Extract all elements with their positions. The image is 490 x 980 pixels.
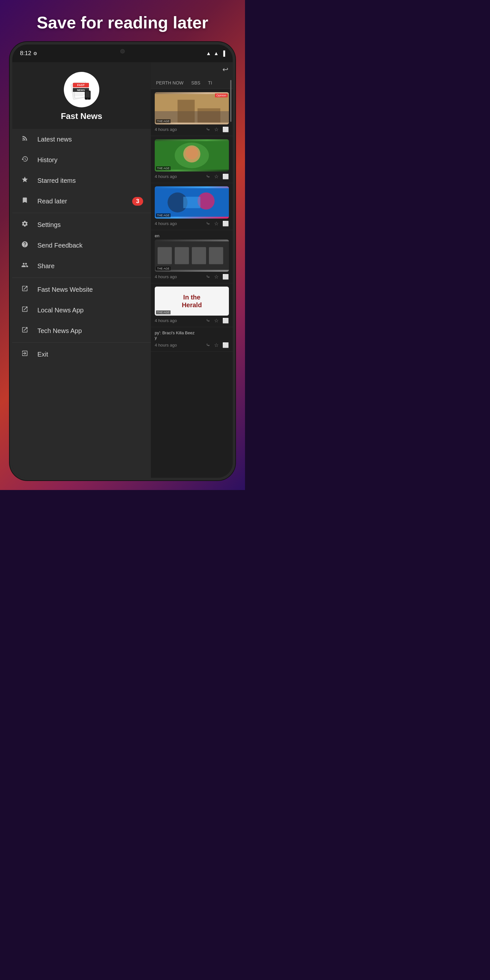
drawer-item-tech-news-app[interactable]: Tech News App (12, 320, 151, 341)
star-action-icon-1[interactable]: ☆ (214, 126, 219, 132)
bookmark-action-icon-1[interactable]: ⬜ (223, 126, 229, 132)
news-actions-3: ⤷ ☆ ⬜ (206, 221, 229, 227)
history-icon (20, 155, 30, 164)
star-action-icon-6[interactable]: ☆ (214, 342, 219, 348)
news-text-4: en (155, 233, 229, 238)
divider-3 (12, 342, 151, 343)
news-actions-4: ⤷ ☆ ⬜ (206, 274, 229, 280)
news-time-6: 4 hours ago (155, 343, 177, 347)
svg-rect-16 (197, 108, 221, 123)
news-item-1-bottom: 4 hours ago ⤷ ☆ ⬜ (155, 126, 229, 132)
news-list: Opinion THE AGE 4 hours ago ⤷ ☆ ⬜ (151, 89, 233, 478)
bookmark-icon (20, 197, 30, 206)
news-item-3[interactable]: THE AGE 4 hours ago ⤷ ☆ ⬜ (151, 183, 233, 230)
news-actions-6: ⤷ ☆ ⬜ (206, 342, 229, 348)
scrollbar[interactable] (230, 80, 231, 122)
share-icon-3[interactable]: ⤷ (206, 221, 210, 227)
share-header-icon[interactable]: ↩ (223, 65, 228, 74)
camera (120, 49, 125, 54)
battery-icon: ▐ (221, 51, 225, 56)
news-time-2: 4 hours ago (155, 174, 177, 179)
drawer-item-exit[interactable]: Exit (12, 344, 151, 364)
news-tabs: PERTH NOW SBS TI (151, 77, 233, 89)
news-item-3-bottom: 4 hours ago ⤷ ☆ ⬜ (155, 221, 229, 227)
opinion-badge-1: Opinion (215, 94, 228, 97)
svg-text:NEWS: NEWS (77, 89, 85, 92)
status-bar: 8:12 ⚙ ▲ ▲ ▐ (12, 45, 233, 62)
bookmark-action-icon-4[interactable]: ⬜ (223, 274, 229, 280)
drawer-item-history[interactable]: History (12, 150, 151, 170)
help-icon (20, 241, 30, 250)
news-actions-2: ⤷ ☆ ⬜ (206, 173, 229, 180)
drawer-item-read-later[interactable]: Read later 3 (12, 191, 151, 212)
news-item-5[interactable]: In theHerald THE AGE 4 hours ago ⤷ ☆ ⬜ (151, 283, 233, 327)
people-icon (20, 261, 30, 270)
bookmark-action-icon-2[interactable]: ⬜ (223, 173, 229, 180)
drawer-item-settings[interactable]: Settings (12, 215, 151, 235)
drawer-label-exit: Exit (37, 351, 48, 358)
signal-icon: ▲ (214, 51, 219, 56)
tab-ti[interactable]: TI (205, 77, 215, 89)
the-age-mark-3: THE AGE (156, 213, 170, 217)
gear-icon (20, 220, 30, 229)
logo-svg: FAST NEWS (67, 75, 96, 104)
star-icon (20, 176, 30, 185)
star-action-icon-5[interactable]: ☆ (214, 318, 219, 324)
drawer-item-fast-news-website[interactable]: Fast News Website (12, 279, 151, 300)
news-item-2-bottom: 4 hours ago ⤷ ☆ ⬜ (155, 173, 229, 180)
rss-icon (20, 135, 30, 144)
news-item-1[interactable]: Opinion THE AGE 4 hours ago ⤷ ☆ ⬜ (151, 89, 233, 136)
svg-rect-26 (158, 247, 172, 264)
the-age-mark-2: THE AGE (156, 166, 170, 170)
drawer-item-share[interactable]: Share (12, 256, 151, 276)
news-thumb-5: In theHerald THE AGE (155, 286, 229, 316)
news-text-6: py': Braci's Killa Beezy (155, 331, 229, 340)
news-time-1: 4 hours ago (155, 127, 177, 132)
share-icon-2[interactable]: ⤷ (206, 173, 210, 180)
share-icon-6[interactable]: ⤷ (206, 342, 210, 348)
app-logo: FAST NEWS (64, 72, 99, 107)
star-action-icon-3[interactable]: ☆ (214, 221, 219, 227)
news-item-6[interactable]: py': Braci's Killa Beezy 4 hours ago ⤷ ☆… (151, 327, 233, 352)
drawer-item-starred[interactable]: Starred items (12, 170, 151, 191)
news-thumb-1: Opinion THE AGE (155, 92, 229, 124)
tab-perth-now[interactable]: PERTH NOW (153, 77, 187, 89)
news-item-5-bottom: 4 hours ago ⤷ ☆ ⬜ (155, 318, 229, 324)
phone-content: FAST NEWS Fast News (12, 62, 233, 478)
bookmark-action-icon-5[interactable]: ⬜ (223, 318, 229, 324)
news-item-2[interactable]: THE AGE 4 hours ago ⤷ ☆ ⬜ (151, 136, 233, 183)
drawer-label-starred: Starred items (37, 177, 76, 185)
external-link-icon-1 (20, 285, 30, 294)
bookmark-action-icon-3[interactable]: ⬜ (223, 221, 229, 227)
news-item-4[interactable]: en THE AGE 4 hours ago ⤷ ☆ ⬜ (151, 230, 233, 283)
the-age-mark-5: THE AGE (156, 310, 170, 314)
news-actions-1: ⤷ ☆ ⬜ (206, 126, 229, 132)
navigation-drawer: FAST NEWS Fast News (12, 62, 151, 478)
the-age-mark-4: THE AGE (156, 267, 170, 270)
news-thumb-3: THE AGE (155, 186, 229, 219)
share-icon-5[interactable]: ⤷ (206, 318, 210, 324)
news-panel: ↩ PERTH NOW SBS TI Opinion (151, 62, 233, 478)
tab-sbs[interactable]: SBS (188, 77, 204, 89)
star-action-icon-2[interactable]: ☆ (214, 173, 219, 180)
drawer-label-history: History (37, 156, 57, 164)
svg-point-20 (186, 147, 198, 159)
drawer-item-local-news-app[interactable]: Local News App (12, 300, 151, 320)
drawer-label-tech-news-app: Tech News App (37, 327, 82, 335)
drawer-label-settings: Settings (37, 221, 60, 229)
drawer-item-latest-news[interactable]: Latest news (12, 129, 151, 150)
news-header: ↩ (151, 62, 233, 77)
svg-rect-27 (175, 247, 189, 264)
page-title: Save for reading later (0, 13, 245, 32)
drawer-label-feedback: Send Feedback (37, 242, 83, 249)
star-action-icon-4[interactable]: ☆ (214, 274, 219, 280)
drawer-item-feedback[interactable]: Send Feedback (12, 235, 151, 256)
share-icon-1[interactable]: ⤷ (206, 126, 210, 132)
share-icon-4[interactable]: ⤷ (206, 274, 210, 280)
exit-icon (20, 350, 30, 359)
svg-rect-29 (209, 247, 223, 264)
bookmark-action-icon-6[interactable]: ⬜ (223, 342, 229, 348)
drawer-label-share: Share (37, 262, 54, 270)
status-icons: ▲ ▲ ▐ (206, 51, 225, 56)
external-link-icon-2 (20, 305, 30, 315)
